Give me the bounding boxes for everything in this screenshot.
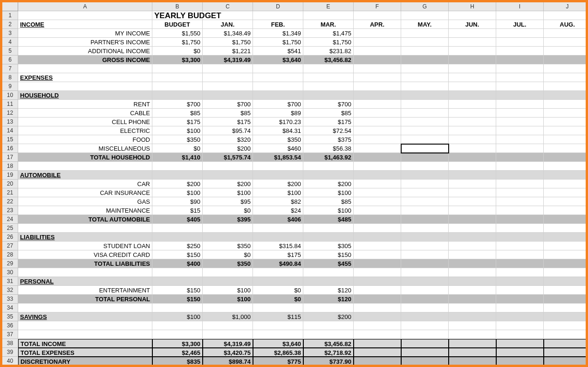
cell-D37[interactable] <box>253 330 303 339</box>
cell-F16[interactable] <box>354 144 401 153</box>
cell-J13[interactable] <box>544 118 588 126</box>
cell-C39[interactable]: $3,420.75 <box>203 348 253 357</box>
row-header-4[interactable]: 4 <box>2 38 18 47</box>
cell-E36[interactable] <box>303 321 354 330</box>
cell-A2[interactable]: INCOME <box>18 20 152 29</box>
cell-C18[interactable] <box>203 162 253 171</box>
cell-C28[interactable]: $0 <box>203 250 253 259</box>
cell-C25[interactable] <box>203 224 253 233</box>
cell-E14[interactable]: $72.54 <box>303 126 354 135</box>
cell-H25[interactable] <box>449 224 496 233</box>
cell-F26[interactable] <box>354 233 401 242</box>
cell-C26[interactable] <box>203 233 253 242</box>
cell-E16[interactable]: $56.38 <box>303 144 354 153</box>
cell-A1[interactable] <box>18 11 152 20</box>
cell-H33[interactable] <box>449 295 496 304</box>
cell-C13[interactable]: $175 <box>203 118 253 126</box>
column-header-G[interactable]: G <box>401 2 449 11</box>
cell-J3[interactable] <box>544 29 588 38</box>
cell-H29[interactable] <box>449 259 496 268</box>
cell-I33[interactable] <box>496 295 544 304</box>
cell-C1[interactable] <box>203 11 253 20</box>
cell-C40[interactable]: $898.74 <box>203 357 253 366</box>
cell-C23[interactable]: $0 <box>203 206 253 215</box>
cell-I5[interactable] <box>496 47 544 55</box>
cell-J8[interactable] <box>544 73 588 82</box>
cell-F28[interactable] <box>354 250 401 259</box>
cell-J16[interactable] <box>544 144 588 153</box>
cell-I38[interactable] <box>496 339 544 348</box>
cell-F29[interactable] <box>354 259 401 268</box>
cell-J35[interactable] <box>544 312 588 321</box>
cell-F39[interactable] <box>354 348 401 357</box>
cell-F21[interactable] <box>354 188 401 197</box>
cell-I35[interactable] <box>496 312 544 321</box>
cell-J25[interactable] <box>544 224 588 233</box>
cell-H21[interactable] <box>449 188 496 197</box>
column-header-A[interactable]: A <box>18 2 152 11</box>
cell-B9[interactable] <box>152 82 203 91</box>
row-header-35[interactable]: 35 <box>2 312 18 321</box>
cell-C34[interactable] <box>203 304 253 312</box>
cell-J30[interactable] <box>544 268 588 277</box>
cell-H32[interactable] <box>449 286 496 295</box>
cell-B5[interactable]: $0 <box>152 47 203 55</box>
cell-B27[interactable]: $250 <box>152 242 203 250</box>
row-header-30[interactable]: 30 <box>2 268 18 277</box>
cell-A37[interactable] <box>18 330 152 339</box>
cell-A40[interactable]: DISCRETIONARY <box>18 357 152 366</box>
cell-D31[interactable] <box>253 277 303 286</box>
cell-E27[interactable]: $305 <box>303 242 354 250</box>
cell-B22[interactable]: $90 <box>152 197 203 206</box>
cell-C30[interactable] <box>203 268 253 277</box>
cell-I2[interactable]: JUL. <box>496 20 544 29</box>
cell-F18[interactable] <box>354 162 401 171</box>
cell-I39[interactable] <box>496 348 544 357</box>
cell-D5[interactable]: $541 <box>253 47 303 55</box>
cell-H17[interactable] <box>449 153 496 162</box>
cell-C19[interactable] <box>203 171 253 180</box>
cell-F36[interactable] <box>354 321 401 330</box>
cell-J15[interactable] <box>544 135 588 144</box>
cell-D26[interactable] <box>253 233 303 242</box>
cell-H11[interactable] <box>449 100 496 109</box>
cell-J5[interactable] <box>544 47 588 55</box>
cell-F15[interactable] <box>354 135 401 144</box>
cell-H30[interactable] <box>449 268 496 277</box>
cell-I24[interactable] <box>496 215 544 224</box>
row-header-7[interactable]: 7 <box>2 64 18 73</box>
cell-E17[interactable]: $1,463.92 <box>303 153 354 162</box>
cell-F37[interactable] <box>354 330 401 339</box>
cell-E25[interactable] <box>303 224 354 233</box>
cell-J24[interactable] <box>544 215 588 224</box>
cell-G19[interactable] <box>401 171 449 180</box>
cell-J4[interactable] <box>544 38 588 47</box>
row-header-32[interactable]: 32 <box>2 286 18 295</box>
cell-F3[interactable] <box>354 29 401 38</box>
row-header-38[interactable]: 38 <box>2 339 18 348</box>
cell-J27[interactable] <box>544 242 588 250</box>
cell-D12[interactable]: $89 <box>253 109 303 118</box>
cell-G1[interactable] <box>401 11 449 20</box>
row-header-33[interactable]: 33 <box>2 295 18 304</box>
cell-E23[interactable]: $100 <box>303 206 354 215</box>
cell-A16[interactable]: MISCELLANEOUS <box>18 144 152 153</box>
cell-E8[interactable] <box>303 73 354 82</box>
cell-I22[interactable] <box>496 197 544 206</box>
cell-F17[interactable] <box>354 153 401 162</box>
row-header-21[interactable]: 21 <box>2 188 18 197</box>
cell-C27[interactable]: $350 <box>203 242 253 250</box>
row-header-15[interactable]: 15 <box>2 135 18 144</box>
cell-C20[interactable]: $200 <box>203 180 253 188</box>
cell-D21[interactable]: $100 <box>253 188 303 197</box>
cell-D18[interactable] <box>253 162 303 171</box>
row-header-16[interactable]: 16 <box>2 144 18 153</box>
cell-D20[interactable]: $200 <box>253 180 303 188</box>
row-header-39[interactable]: 39 <box>2 348 18 357</box>
column-header-F[interactable]: F <box>354 2 401 11</box>
cell-J39[interactable] <box>544 348 588 357</box>
cell-C9[interactable] <box>203 82 253 91</box>
cell-G8[interactable] <box>401 73 449 82</box>
cell-G5[interactable] <box>401 47 449 55</box>
row-header-12[interactable]: 12 <box>2 109 18 118</box>
